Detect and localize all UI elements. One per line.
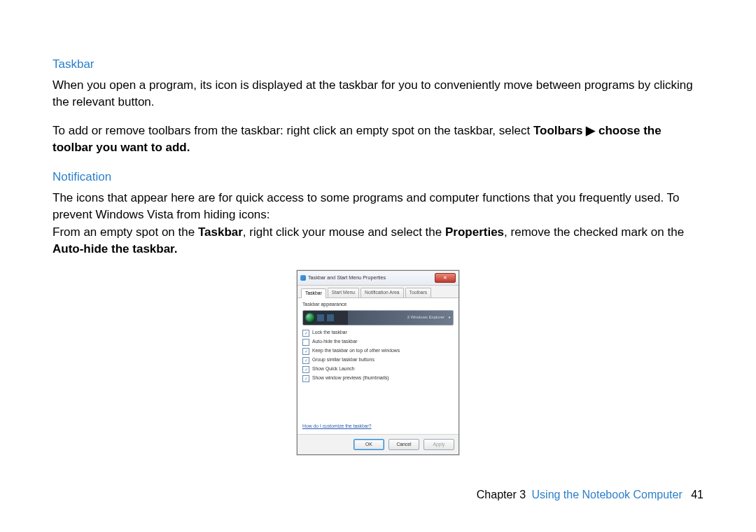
arrow-icon: ▶ xyxy=(586,124,595,137)
quick-launch-icon xyxy=(326,314,335,322)
cancel-button[interactable]: Cancel xyxy=(388,439,419,450)
text-segment: , remove the checked mark on the xyxy=(504,225,684,239)
page-footer: Chapter 3 Using the Notebook Computer 41 xyxy=(477,487,704,503)
dialog-title: Taskbar and Start Menu Properties xyxy=(308,275,386,281)
dialog-titlebar: Taskbar and Start Menu Properties xyxy=(298,271,458,286)
checkbox[interactable]: ✓ xyxy=(302,375,309,382)
page-number: 41 xyxy=(691,489,704,500)
option-label: Auto-hide the taskbar xyxy=(312,339,358,344)
quick-launch-icon xyxy=(316,314,325,322)
text-segment: From an empty spot on the xyxy=(52,225,198,239)
option-row: ✓Show Quick Launch xyxy=(302,366,454,373)
section-taskbar: Taskbar When you open a program, its ico… xyxy=(52,56,704,156)
taskbar-paragraph-1: When you open a program, its icon is dis… xyxy=(52,77,704,111)
option-row: ✓Lock the taskbar xyxy=(302,330,454,337)
option-label: Show window previews (thumbnails) xyxy=(312,375,389,381)
tab-taskbar[interactable]: Taskbar xyxy=(301,288,326,298)
tab-notification-area[interactable]: Notification Area xyxy=(360,288,404,298)
chapter-label: Chapter 3 xyxy=(477,489,526,500)
text-bold: Auto-hide the taskbar. xyxy=(52,242,178,255)
taskbar-preview: 2 Windows Explorer ▸ xyxy=(302,310,454,326)
option-label: Lock the taskbar xyxy=(312,330,347,335)
checkbox[interactable]: ✓ xyxy=(302,330,309,337)
chapter-title: Using the Notebook Computer xyxy=(532,489,682,500)
option-row: Auto-hide the taskbar xyxy=(302,339,454,346)
chevron-right-icon: ▸ xyxy=(449,315,451,320)
option-label: Show Quick Launch xyxy=(312,366,354,372)
window-icon xyxy=(300,275,306,281)
options-list: ✓Lock the taskbarAuto-hide the taskbar✓K… xyxy=(302,330,454,382)
dialog-tabs: Taskbar Start Menu Notification Area Too… xyxy=(298,286,458,298)
section-notification: Notification The icons that appear here … xyxy=(52,169,704,258)
text-bold: Properties xyxy=(445,225,504,239)
option-row: ✓Show window previews (thumbnails) xyxy=(302,375,454,382)
option-label: Group similar taskbar buttons xyxy=(312,357,374,363)
text-bold: Taskbar xyxy=(198,225,243,239)
text-bold: Toolbars xyxy=(533,124,586,137)
apply-button[interactable]: Apply xyxy=(424,439,454,450)
option-row: ✓Group similar taskbar buttons xyxy=(302,357,454,364)
option-row: ✓Keep the taskbar on top of other window… xyxy=(302,348,454,355)
tab-toolbars[interactable]: Toolbars xyxy=(405,288,432,298)
dialog-figure: Taskbar and Start Menu Properties Taskba… xyxy=(297,270,459,455)
checkbox[interactable]: ✓ xyxy=(302,366,309,373)
checkbox[interactable]: ✓ xyxy=(302,357,309,364)
text-segment: , right click your mouse and select the xyxy=(243,225,445,239)
help-area: How do I customize the taskbar? xyxy=(302,421,454,429)
document-page: Taskbar When you open a program, its ico… xyxy=(0,0,756,532)
notification-paragraph-1: The icons that appear here are for quick… xyxy=(52,190,704,223)
preview-window-label: 2 Windows Explorer xyxy=(407,315,447,320)
ok-button[interactable]: OK xyxy=(354,439,384,450)
taskbar-paragraph-2: To add or remove toolbars from the taskb… xyxy=(52,122,704,156)
properties-dialog: Taskbar and Start Menu Properties Taskba… xyxy=(297,270,459,455)
notification-paragraph-2: From an empty spot on the Taskbar, right… xyxy=(52,224,704,258)
dialog-button-row: OK Cancel Apply xyxy=(298,434,458,454)
section-label: Taskbar appearance xyxy=(302,302,454,307)
option-label: Keep the taskbar on top of other windows xyxy=(312,348,400,354)
heading-notification: Notification xyxy=(52,169,704,186)
checkbox[interactable] xyxy=(302,339,309,346)
dialog-body: Taskbar appearance 2 Windows Explorer ▸ … xyxy=(298,298,458,434)
close-icon[interactable] xyxy=(435,273,456,283)
start-orb-icon xyxy=(305,313,315,323)
text-segment: To add or remove toolbars from the taskb… xyxy=(52,124,533,137)
tab-start-menu[interactable]: Start Menu xyxy=(328,288,359,298)
help-link[interactable]: How do I customize the taskbar? xyxy=(302,424,372,428)
checkbox[interactable]: ✓ xyxy=(302,348,309,355)
heading-taskbar: Taskbar xyxy=(52,56,704,73)
titlebar-left: Taskbar and Start Menu Properties xyxy=(300,275,386,281)
